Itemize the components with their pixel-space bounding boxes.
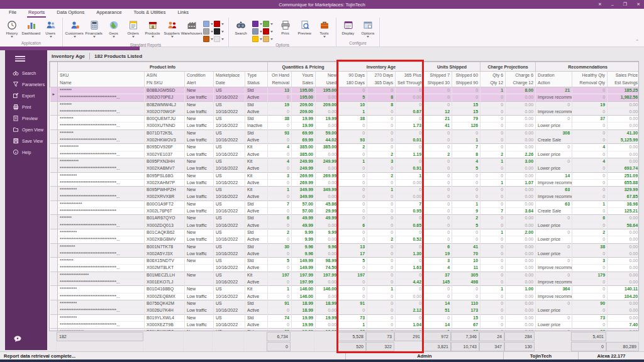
- cell[interactable]: B01D4168BQ: [145, 286, 185, 293]
- cell[interactable]: 0.00: [608, 123, 639, 129]
- cell[interactable]: 173: [452, 307, 480, 314]
- cell[interactable]: 0: [396, 116, 424, 123]
- cell[interactable]: 69.99: [292, 129, 316, 136]
- cell[interactable]: 146.00: [316, 286, 339, 293]
- cell[interactable]: 0.00: [506, 172, 536, 179]
- cell[interactable]: 0: [367, 272, 396, 278]
- cell[interactable]: 0: [367, 307, 396, 314]
- cell[interactable]: 0: [367, 129, 396, 136]
- print-button[interactable]: Print: [275, 19, 295, 35]
- cell[interactable]: Std: [245, 200, 268, 207]
- cell[interactable]: New: [185, 329, 214, 331]
- table-row[interactable]: ▸*******B08BJGM5SDNewUSStd13195.00195.00…: [50, 87, 640, 94]
- refresh-icon[interactable]: [263, 21, 274, 27]
- cell[interactable]: US: [214, 101, 245, 108]
- cell[interactable]: B019YLXWL4: [145, 314, 185, 321]
- cell[interactable]: 0.00: [316, 165, 339, 172]
- cell[interactable]: New: [185, 200, 214, 207]
- cell[interactable]: 0.00: [608, 229, 639, 236]
- cell[interactable]: 0: [339, 236, 367, 243]
- filter-icon[interactable]: [252, 21, 263, 27]
- cell[interactable]: 2: [480, 151, 506, 158]
- cell[interactable]: 0: [572, 172, 608, 179]
- cell[interactable]: 0: [480, 222, 506, 229]
- cell[interactable]: 0.00: [506, 137, 536, 144]
- cell[interactable]: 0: [572, 222, 608, 229]
- menu-tab-links[interactable]: Links: [176, 8, 190, 18]
- cell[interactable]: 0: [396, 215, 424, 222]
- cell[interactable]: 93: [268, 129, 292, 136]
- cell[interactable]: 195.00: [292, 94, 316, 101]
- cell[interactable]: 1.19: [396, 151, 424, 158]
- cell[interactable]: 0: [339, 179, 367, 186]
- cell[interactable]: 1.63: [396, 265, 424, 272]
- cell[interactable]: 0: [480, 108, 506, 115]
- cell[interactable]: 0.00: [396, 194, 424, 200]
- cell[interactable]: 0: [268, 165, 292, 172]
- cell[interactable]: 0.00: [506, 222, 536, 229]
- cell[interactable]: 2: [339, 144, 367, 151]
- row-marker[interactable]: [50, 300, 58, 314]
- cell[interactable]: 18.99: [316, 300, 339, 307]
- cell[interactable]: 9: [452, 208, 480, 215]
- preview-button[interactable]: Preview: [295, 19, 314, 35]
- cell[interactable]: Std: [245, 101, 268, 108]
- cell[interactable]: 1.07: [506, 179, 536, 186]
- cell[interactable]: 41: [424, 123, 452, 129]
- cell[interactable]: B08BJGM5SD: [145, 87, 185, 94]
- cell[interactable]: *********************************...: [58, 265, 145, 272]
- cell[interactable]: 0: [536, 215, 572, 222]
- cell[interactable]: 0: [480, 94, 506, 101]
- cell[interactable]: 19.99: [292, 123, 316, 129]
- users-button[interactable]: Users: [41, 19, 60, 38]
- cell[interactable]: 37: [572, 116, 608, 123]
- cell[interactable]: 19: [572, 101, 608, 108]
- cell[interactable]: 364: [536, 286, 572, 293]
- cell[interactable]: *********************************...: [58, 151, 145, 158]
- cell[interactable]: 0: [396, 329, 424, 331]
- cell[interactable]: 5: [452, 222, 480, 229]
- cell[interactable]: 0: [452, 94, 480, 101]
- cell[interactable]: 0: [424, 137, 452, 144]
- cell[interactable]: 0: [572, 307, 608, 314]
- cell[interactable]: 0.00: [506, 243, 536, 250]
- cell[interactable]: X002XRVX8R: [145, 194, 185, 200]
- cell[interactable]: 0: [480, 243, 506, 250]
- cell[interactable]: 0: [480, 194, 506, 200]
- cell[interactable]: 0.00: [506, 300, 536, 307]
- cell[interactable]: 0: [339, 172, 367, 179]
- cell[interactable]: X002YE1037: [145, 151, 185, 158]
- cell[interactable]: Active: [245, 137, 268, 144]
- cell[interactable]: Active: [245, 321, 268, 328]
- cell[interactable]: 0: [536, 144, 572, 151]
- cell[interactable]: 33: [452, 329, 480, 331]
- sidebar-item-export[interactable]: Export: [5, 90, 47, 102]
- cell[interactable]: 0: [268, 293, 292, 300]
- cell[interactable]: New: [185, 101, 214, 108]
- cell[interactable]: Low traffic: [185, 208, 214, 215]
- cell[interactable]: 49.99: [292, 222, 316, 229]
- pin-icon[interactable]: [263, 28, 274, 35]
- cell[interactable]: 19.99: [292, 321, 316, 328]
- cell[interactable]: 0: [572, 151, 608, 158]
- font-color-icon[interactable]: [214, 21, 225, 27]
- cell[interactable]: 385.00: [316, 144, 339, 151]
- cell[interactable]: 0: [396, 258, 424, 265]
- row-marker[interactable]: [50, 258, 58, 272]
- cell[interactable]: 149.99: [292, 258, 316, 265]
- cell[interactable]: 0: [572, 279, 608, 286]
- cell[interactable]: 4: [424, 265, 452, 272]
- cell[interactable]: 38.98: [608, 200, 639, 207]
- cell[interactable]: 0: [572, 208, 608, 215]
- cell[interactable]: Kit: [245, 172, 268, 179]
- cell[interactable]: 1.04: [396, 321, 424, 328]
- table-row[interactable]: *********************************...X001…: [50, 279, 640, 286]
- cell[interactable]: 70: [452, 250, 480, 257]
- cell[interactable]: 0: [268, 123, 292, 129]
- cell[interactable]: 0: [480, 236, 506, 243]
- table-row[interactable]: *********************************...X002…: [50, 194, 640, 200]
- cell[interactable]: X0026U7K4H: [145, 307, 185, 314]
- cell[interactable]: 8: [367, 94, 396, 101]
- cell[interactable]: 0: [339, 187, 367, 194]
- cell[interactable]: 93: [339, 137, 367, 144]
